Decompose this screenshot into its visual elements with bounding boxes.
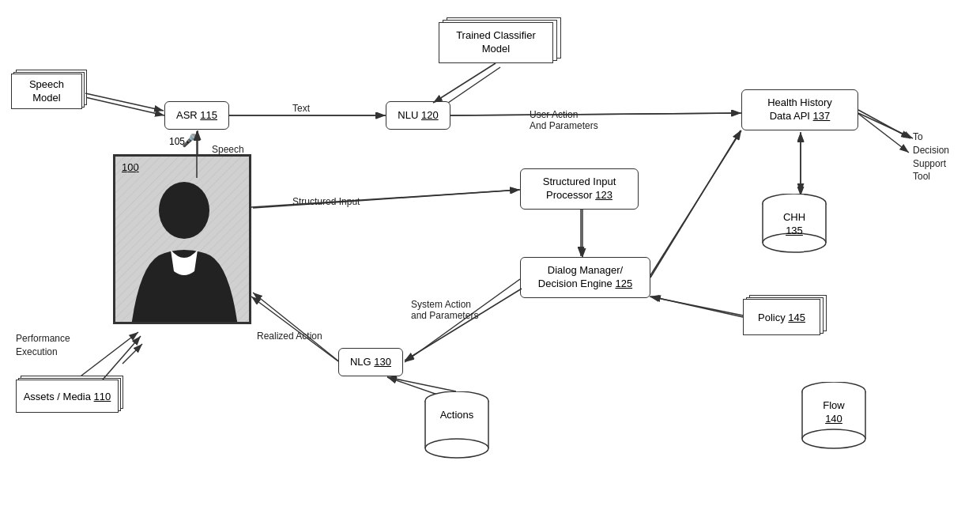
svg-line-50 — [251, 297, 338, 361]
to-decision-support-label: ToDecisionSupportTool — [913, 130, 949, 183]
svg-point-37 — [425, 439, 488, 458]
speech-model-label: SpeechModel — [29, 78, 64, 105]
person-silhouette — [115, 157, 251, 324]
flow-label: Flow140 — [823, 399, 844, 425]
speech-label: Speech — [212, 144, 244, 155]
system-action-params-label: System Actionand Parameters — [411, 299, 478, 321]
svg-line-54 — [387, 377, 456, 391]
assets-media-label: Assets / Media 110 — [24, 391, 111, 402]
svg-line-53 — [651, 297, 743, 317]
chh-cylinder: CHH135 — [759, 194, 830, 253]
diagram: SpeechModel ASR 115 🎤 105 NLU 120 Traine… — [0, 0, 980, 510]
health-history-box: Health HistoryData API 137 — [741, 89, 858, 130]
svg-line-13 — [858, 113, 909, 153]
asr-box: ASR 115 — [164, 101, 229, 130]
health-history-label: Health HistoryData API 137 — [767, 96, 832, 123]
structured-input-processor-label: Structured InputProcessor 123 — [543, 176, 616, 202]
svg-line-21 — [858, 110, 910, 138]
chh-label: CHH135 — [783, 211, 805, 236]
structured-input-processor-box: Structured InputProcessor 123 — [520, 168, 639, 210]
nlu-label: NLU 120 — [398, 109, 438, 123]
label-105: 105 — [169, 136, 185, 147]
realized-action-label: Realized Action — [257, 331, 322, 342]
asr-label: ASR 115 — [176, 109, 217, 123]
svg-line-40 — [85, 93, 164, 111]
svg-line-47 — [650, 130, 741, 278]
policy-label: Policy 145 — [758, 312, 805, 323]
svg-line-2 — [85, 97, 164, 115]
svg-line-51 — [103, 336, 141, 380]
svg-line-16 — [650, 297, 755, 318]
nlg-label: NLG 130 — [350, 356, 391, 369]
text-label: Text — [292, 103, 310, 114]
structured-input-label: Structured Input — [292, 196, 360, 207]
flow-cylinder: Flow140 — [798, 382, 869, 449]
performance-execution-label: PerformanceExecution — [16, 332, 70, 359]
svg-point-32 — [802, 429, 865, 448]
dialog-manager-label: Dialog Manager/Decision Engine 125 — [538, 264, 632, 291]
svg-line-15 — [648, 130, 741, 279]
svg-line-42 — [433, 63, 496, 103]
svg-line-52 — [122, 344, 142, 364]
actions-label: Actions — [440, 409, 474, 421]
svg-point-20 — [159, 182, 209, 239]
svg-line-45 — [251, 190, 519, 207]
nlu-box: NLU 120 — [386, 101, 450, 130]
dialog-manager-box: Dialog Manager/Decision Engine 125 — [520, 257, 650, 298]
nlg-box: NLG 130 — [338, 348, 403, 376]
svg-line-55 — [858, 113, 913, 138]
svg-line-10 — [253, 293, 340, 362]
trained-classifier-label: Trained ClassifierModel — [456, 29, 536, 56]
user-action-params-label: User ActionAnd Parameters — [530, 109, 598, 131]
actions-cylinder: Actions — [421, 391, 492, 459]
person-box: 100 — [113, 154, 251, 324]
